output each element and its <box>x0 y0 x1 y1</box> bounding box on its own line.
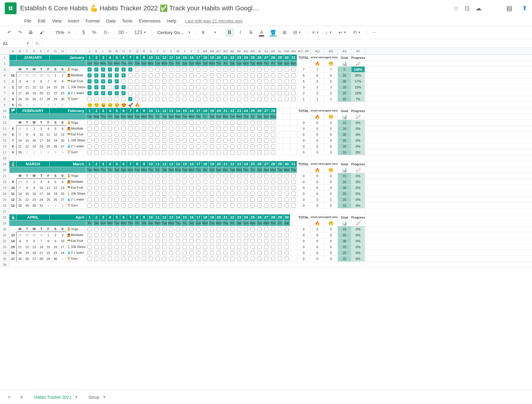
habit-checkbox[interactable] <box>223 186 228 190</box>
month-icon[interactable]: 🏳️ <box>9 108 17 114</box>
habit-checkbox[interactable] <box>149 79 153 83</box>
habit-checkbox[interactable] <box>115 245 119 249</box>
habit-checkbox[interactable] <box>142 91 146 95</box>
checkbox-cell[interactable] <box>277 250 283 256</box>
prog-val[interactable]: 0% <box>351 126 365 131</box>
wk-day-header[interactable]: M <box>17 173 24 179</box>
dow-header[interactable]: Tue <box>161 220 168 226</box>
checkbox-cell[interactable] <box>161 138 168 143</box>
checkbox-cell[interactable] <box>270 250 277 256</box>
habit-checkbox[interactable] <box>230 245 234 249</box>
habit-checkbox[interactable] <box>203 233 207 237</box>
cal-day[interactable]: 27 <box>31 256 38 261</box>
habit-checkbox[interactable] <box>230 79 234 83</box>
date-header[interactable]: 24 <box>243 108 249 114</box>
checkbox-cell[interactable] <box>100 143 107 149</box>
date-header[interactable]: 4 <box>107 161 113 167</box>
cal-day[interactable]: 6 <box>59 149 66 155</box>
dow-header[interactable]: Tue <box>154 61 161 66</box>
habit-checkbox[interactable] <box>176 67 180 72</box>
menu-extensions[interactable]: Extensions <box>136 17 163 25</box>
checkbox-cell[interactable] <box>175 149 181 155</box>
dow-header[interactable]: Fri <box>107 114 113 119</box>
checkbox-cell[interactable] <box>290 90 297 96</box>
habit-checkbox[interactable] <box>183 192 187 196</box>
habit-checkbox[interactable] <box>87 97 92 101</box>
checkbox-cell[interactable] <box>202 143 209 149</box>
checkbox-cell[interactable] <box>222 132 229 137</box>
checkbox-cell[interactable] <box>147 84 154 90</box>
habit-checkbox[interactable] <box>291 79 296 83</box>
habit-checkbox[interactable] <box>278 245 282 249</box>
cal-day[interactable]: 31 <box>38 232 45 238</box>
dow-header[interactable]: Thu <box>215 61 222 66</box>
checkbox-cell[interactable] <box>202 78 209 84</box>
dow-header[interactable]: Thu <box>168 61 175 66</box>
checkbox-cell[interactable] <box>263 173 270 179</box>
habit-checkbox[interactable] <box>121 174 126 178</box>
date-header[interactable]: 20 <box>215 161 222 167</box>
habit-checkbox[interactable] <box>135 239 139 243</box>
col-header[interactable]: AK <box>270 48 277 54</box>
habit-checkbox[interactable] <box>183 121 187 125</box>
habit-checkbox[interactable] <box>244 257 248 261</box>
checkbox-cell[interactable] <box>236 96 243 102</box>
prog-val[interactable]: 0% <box>351 226 365 232</box>
habit-checkbox[interactable] <box>271 97 275 101</box>
habit-checkbox[interactable] <box>108 138 112 143</box>
date-header[interactable]: 8 <box>134 161 141 167</box>
checkbox-cell[interactable] <box>188 138 195 143</box>
checkbox-cell[interactable] <box>161 126 168 131</box>
checkbox-cell[interactable] <box>222 197 229 202</box>
cell[interactable] <box>277 114 283 119</box>
checkbox-cell[interactable] <box>161 250 168 256</box>
checkbox-cell[interactable] <box>134 78 141 84</box>
percent-button[interactable]: % <box>90 28 99 37</box>
habit-checkbox[interactable] <box>203 203 207 208</box>
habit-checkbox[interactable] <box>244 180 248 184</box>
cal-day[interactable]: 1 <box>45 203 52 208</box>
cal-day[interactable]: 20 <box>31 250 38 256</box>
habit-checkbox[interactable] <box>223 144 228 148</box>
cal-day[interactable]: 20 <box>59 138 66 143</box>
checkbox-cell[interactable] <box>120 96 127 102</box>
cell[interactable] <box>290 214 297 220</box>
checkbox-cell[interactable] <box>243 244 249 250</box>
checkbox-cell[interactable] <box>229 78 236 84</box>
date-header[interactable]: 22 <box>229 108 236 114</box>
date-header[interactable]: 14 <box>175 214 181 220</box>
dow-header[interactable]: Thu <box>290 167 297 173</box>
habit-checkbox[interactable] <box>149 121 153 125</box>
habit-checkbox[interactable] <box>142 79 146 83</box>
dow-header[interactable]: Fri <box>202 114 209 119</box>
checkbox-cell[interactable] <box>243 138 249 143</box>
checkbox-cell[interactable] <box>222 179 229 185</box>
habit-checkbox[interactable] <box>237 73 241 77</box>
checkbox-cell[interactable] <box>188 72 195 78</box>
emoji-summary[interactable]: 😊 <box>113 102 120 108</box>
dow-header[interactable]: Tue <box>134 167 141 173</box>
checkbox-cell[interactable] <box>107 179 113 185</box>
checkbox-cell[interactable] <box>222 244 229 250</box>
habit-checkbox[interactable] <box>203 144 207 148</box>
habit-checkbox[interactable] <box>189 79 194 83</box>
checkbox-cell[interactable] <box>188 143 195 149</box>
menu-insert[interactable]: Insert <box>65 17 82 25</box>
habit-checkbox[interactable] <box>203 239 207 243</box>
habit-checkbox[interactable] <box>257 121 262 125</box>
checkbox-cell[interactable] <box>175 120 181 125</box>
cur-val[interactable]: 0 <box>311 120 324 125</box>
habit-checkbox[interactable]: ✓ <box>121 85 126 89</box>
dow-header[interactable]: Sun <box>283 61 290 66</box>
habit-checkbox[interactable] <box>155 97 160 101</box>
checkbox-cell[interactable] <box>202 138 209 143</box>
dow-header[interactable]: Tue <box>181 167 188 173</box>
checkbox-cell[interactable] <box>277 78 283 84</box>
habit-checkbox[interactable] <box>155 132 160 137</box>
date-header[interactable]: 5 <box>113 214 120 220</box>
habit-checkbox[interactable] <box>149 203 153 208</box>
dow-header[interactable]: Tue <box>107 61 113 66</box>
cell[interactable] <box>283 126 290 131</box>
checkbox-cell[interactable] <box>256 197 263 202</box>
habit-checkbox[interactable] <box>176 150 180 154</box>
